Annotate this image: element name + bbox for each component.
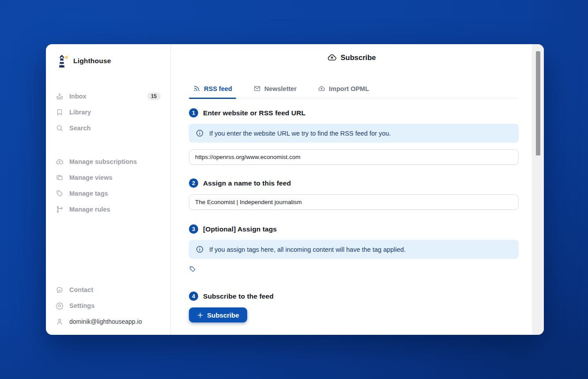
chat-bubble-icon xyxy=(56,286,64,294)
step3-info-text: If you assign tags here, all incoming co… xyxy=(209,246,406,253)
scrollbar-track[interactable] xyxy=(532,44,544,335)
app-window: Lighthouse Inbox 15 Library Search xyxy=(46,44,544,335)
cloud-import-icon xyxy=(318,85,325,92)
step2-title: Assign a name to this feed xyxy=(203,179,291,187)
app-name: Lighthouse xyxy=(73,57,111,65)
sidebar-nav-manage: Manage subscriptions Manage views Manage… xyxy=(56,154,161,217)
sidebar-item-search[interactable]: Search xyxy=(56,120,161,136)
main-area: Subscribe RSS feed Newsletter xyxy=(171,44,544,335)
info-icon xyxy=(196,129,204,137)
info-icon xyxy=(196,245,204,254)
inbox-icon xyxy=(56,92,64,100)
user-icon xyxy=(56,318,64,326)
cloud-download-icon xyxy=(56,158,64,166)
lighthouse-logo-icon xyxy=(56,53,68,68)
step2-number-badge: 2 xyxy=(189,178,198,188)
sidebar-item-manage-subscriptions[interactable]: Manage subscriptions xyxy=(56,154,161,170)
mail-icon xyxy=(253,85,261,92)
page-title: Subscribe xyxy=(341,53,376,62)
sidebar-item-label: Library xyxy=(69,109,91,116)
tab-newsletter[interactable]: Newsletter xyxy=(249,85,301,98)
sidebar-item-label: Contact xyxy=(69,286,93,293)
sidebar-item-manage-views[interactable]: Manage views xyxy=(56,170,161,186)
step1-heading: 1 Enter website or RSS feed URL xyxy=(189,108,519,117)
step1-title: Enter website or RSS feed URL xyxy=(203,109,305,117)
step3-heading: 3 [Optional] Assign tags xyxy=(189,224,519,234)
sidebar-nav-top: Inbox 15 Library Search xyxy=(56,88,161,136)
tab-label: Import OPML xyxy=(329,85,369,92)
tab-import-opml[interactable]: Import OPML xyxy=(314,85,373,98)
app-logo-row: Lighthouse xyxy=(56,50,161,71)
sidebar-item-manage-rules[interactable]: Manage rules xyxy=(56,201,161,217)
plus-icon xyxy=(197,312,204,318)
assign-tags-control xyxy=(189,265,519,273)
search-icon xyxy=(56,124,64,132)
sidebar-item-account[interactable]: dominik@lighthouseapp.io xyxy=(56,314,161,330)
tag-icon xyxy=(56,190,64,197)
tab-bar: RSS feed Newsletter Import OPML xyxy=(189,85,519,99)
sidebar-item-label: Manage views xyxy=(69,174,113,181)
add-tag-icon[interactable] xyxy=(189,265,196,273)
subscribe-button[interactable]: Subscribe xyxy=(189,307,247,322)
subscribe-button-label: Subscribe xyxy=(207,311,239,319)
tab-label: Newsletter xyxy=(264,85,297,92)
account-email: dominik@lighthouseapp.io xyxy=(69,318,142,325)
tab-label: RSS feed xyxy=(204,85,232,92)
step1-info-box: If you enter the website URL we try to f… xyxy=(189,124,519,143)
step2-heading: 2 Assign a name to this feed xyxy=(189,178,519,188)
step4-heading: 4 Subscribe to the feed xyxy=(189,292,519,301)
step3-title: [Optional] Assign tags xyxy=(203,225,277,233)
sidebar-item-label: Settings xyxy=(69,302,94,309)
feed-url-input[interactable] xyxy=(189,149,519,165)
branch-icon xyxy=(56,205,64,213)
step4-title: Subscribe to the feed xyxy=(203,292,274,300)
rss-icon xyxy=(193,85,200,92)
sidebar-item-label: Manage rules xyxy=(69,206,110,213)
sidebar-item-contact[interactable]: Contact xyxy=(56,282,161,298)
stacked-windows-icon xyxy=(56,174,64,182)
sidebar-item-settings[interactable]: Settings xyxy=(56,298,161,314)
bookmark-icon xyxy=(56,108,64,116)
sidebar: Lighthouse Inbox 15 Library Search xyxy=(46,44,171,335)
subscribe-form: RSS feed Newsletter Import OPML 1 xyxy=(171,85,532,322)
gear-icon xyxy=(56,302,64,310)
sidebar-item-label: Search xyxy=(69,125,90,132)
sidebar-item-label: Manage tags xyxy=(69,190,108,197)
sidebar-item-inbox[interactable]: Inbox 15 xyxy=(56,88,161,104)
tab-rss-feed[interactable]: RSS feed xyxy=(189,85,236,98)
step3-number-badge: 3 xyxy=(189,224,198,234)
sidebar-item-library[interactable]: Library xyxy=(56,104,161,120)
step3-info-box: If you assign tags here, all incoming co… xyxy=(189,240,519,259)
sidebar-item-label: Inbox xyxy=(69,93,87,100)
step1-info-text: If you enter the website URL we try to f… xyxy=(209,130,391,137)
scrollbar-thumb[interactable] xyxy=(536,51,540,155)
step4-number-badge: 4 xyxy=(189,292,198,301)
feed-name-input[interactable] xyxy=(189,194,519,210)
page-header: Subscribe xyxy=(171,44,532,63)
sidebar-item-manage-tags[interactable]: Manage tags xyxy=(56,186,161,201)
inbox-count-badge: 15 xyxy=(147,92,161,100)
sidebar-item-label: Manage subscriptions xyxy=(69,158,137,165)
step1-number-badge: 1 xyxy=(189,108,198,117)
cloud-download-icon xyxy=(327,53,337,62)
sidebar-nav-bottom: Contact Settings dominik@lighthouseapp.i… xyxy=(56,282,161,330)
